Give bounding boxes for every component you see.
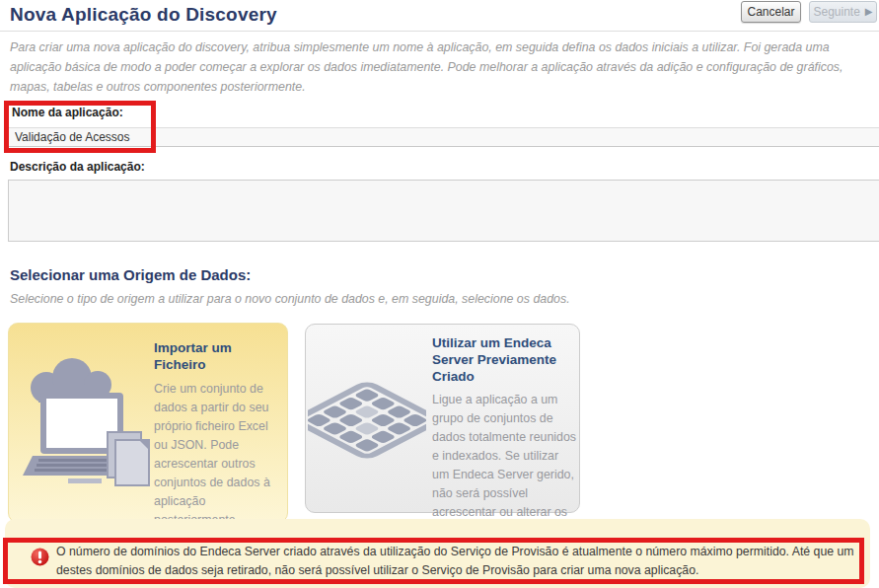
next-button[interactable]: Seguinte ▶ (809, 1, 877, 23)
card-import-file[interactable]: Importar um Ficheiro Crie um conjunto de… (8, 323, 288, 523)
page-title: Nova Aplicação do Discovery (10, 4, 277, 26)
application-name-label: Nome da aplicação: (12, 106, 123, 119)
application-name-input[interactable] (8, 127, 879, 147)
next-button-label: Seguinte (813, 2, 859, 22)
card-existing-endeca-server[interactable]: Utilizar um Endeca Server Previamente Cr… (305, 324, 580, 513)
laptop-cloud-import-icon (17, 345, 153, 507)
cancel-button[interactable]: Cancelar (741, 1, 801, 23)
header-divider (0, 31, 879, 32)
error-icon (31, 548, 49, 566)
next-arrow-icon: ▶ (865, 7, 873, 17)
application-description-textarea[interactable] (8, 180, 879, 242)
data-source-subtitle: Selecione o tipo de origem a utilizar pa… (10, 292, 868, 306)
endeca-server-lattice-icon (308, 366, 426, 478)
new-discovery-application-page: Nova Aplicação do Discovery Cancelar Seg… (0, 0, 879, 588)
card-import-file-title: Importar um Ficheiro (154, 339, 267, 373)
intro-text: Para criar uma nova aplicação do discove… (10, 37, 878, 97)
card-import-file-description: Crie um conjunto de dados a partir do se… (154, 380, 284, 530)
data-source-heading: Selecionar uma Origem de Dados: (10, 266, 251, 283)
alert-message: O número de domínios do Endeca Server cr… (56, 543, 861, 580)
application-description-label: Descrição da aplicação: (10, 160, 145, 174)
card-existing-endeca-server-title: Utilizar um Endeca Server Previamente Cr… (432, 334, 580, 385)
